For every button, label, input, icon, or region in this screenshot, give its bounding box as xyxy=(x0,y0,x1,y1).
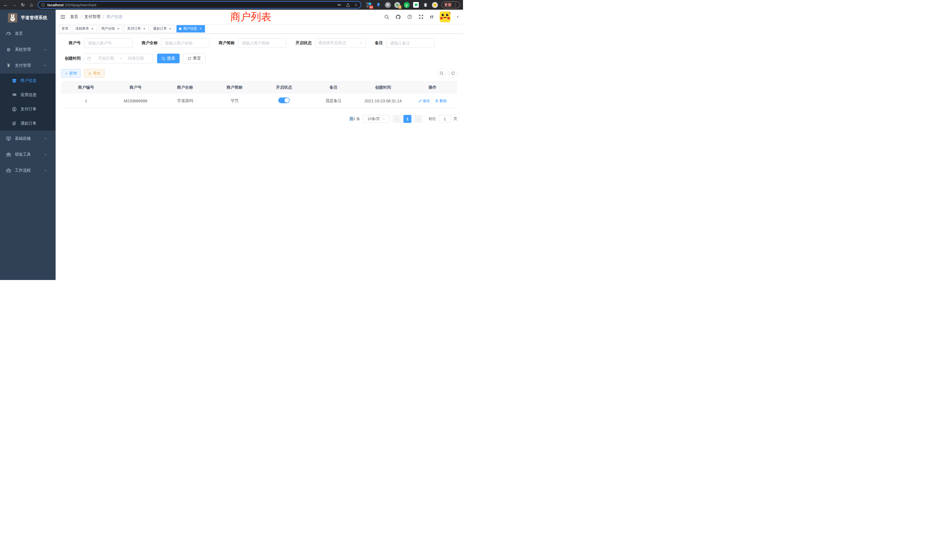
help-icon[interactable] xyxy=(407,14,412,20)
page-size-select[interactable]: 10条/页 xyxy=(363,115,390,123)
merchant-no-input[interactable] xyxy=(84,38,133,48)
storefront-icon xyxy=(11,78,17,83)
merchant-full-name-input[interactable] xyxy=(161,38,210,48)
status-select[interactable]: 请选择开启状态 xyxy=(315,38,366,48)
monkey-square2-icon xyxy=(366,5,369,8)
tab-user-group[interactable]: 用户分组× xyxy=(98,25,123,32)
export-button[interactable]: 导出 xyxy=(84,69,104,77)
browser-forward-button[interactable]: → xyxy=(10,1,18,9)
cell-merchant-no: M233666999 xyxy=(111,93,160,109)
app-logo-row[interactable]: 芋道管理系统 xyxy=(0,10,56,26)
sidebar-toggle-hamburger-icon[interactable] xyxy=(60,14,65,20)
breadcrumb-home[interactable]: 首页 xyxy=(70,14,78,20)
reset-button[interactable]: 重置 xyxy=(183,54,206,63)
refresh-table-button[interactable] xyxy=(449,69,457,77)
extension-badge: 10 xyxy=(369,5,373,9)
breadcrumb-separator: / xyxy=(81,15,82,19)
header-search-icon[interactable] xyxy=(384,15,389,20)
extension-icon-command[interactable]: ⌘ xyxy=(384,2,391,8)
prev-page-button[interactable]: ‹ xyxy=(393,115,401,123)
plus-icon: + xyxy=(65,71,68,76)
cell-remark: 我是备注 xyxy=(309,93,359,109)
tab-label: 商户信息 xyxy=(183,26,197,31)
share-icon[interactable] xyxy=(346,3,350,7)
sidebar-item-infrastructure[interactable]: 基础设施 xyxy=(0,130,56,147)
font-size-icon[interactable]: tT xyxy=(430,15,433,20)
tab-merchant-info-active[interactable]: 商户信息× xyxy=(177,25,205,32)
bookmark-star-icon[interactable]: ☆ xyxy=(354,3,358,7)
sidebar-item-refund-order[interactable]: 退款订单 xyxy=(0,117,56,130)
tab-home[interactable]: 首页 xyxy=(59,25,71,32)
browser-home-button[interactable]: ⌂ xyxy=(27,1,35,9)
edit-row-button[interactable]: 修改 xyxy=(418,98,430,103)
address-bar[interactable]: localhost :1024/pay/merchant ☆ xyxy=(38,1,361,9)
create-time-label: 创建时间 xyxy=(61,56,81,61)
col-merchant-no: 商户号 xyxy=(111,82,160,93)
tab-close-icon[interactable]: × xyxy=(168,27,172,31)
documents-icon xyxy=(11,121,17,126)
cell-short-name: 芋艿 xyxy=(210,93,259,109)
show-search-toggle-button[interactable] xyxy=(437,69,446,77)
search-button[interactable]: 搜索 xyxy=(157,54,180,63)
page-unit-label: 页 xyxy=(454,117,457,121)
next-page-button[interactable]: › xyxy=(414,115,422,123)
col-full-name: 商户全称 xyxy=(160,82,210,93)
breadcrumb-current: 商户信息 xyxy=(107,14,123,20)
extensions-puzzle-icon[interactable] xyxy=(422,2,428,8)
col-actions: 操作 xyxy=(408,82,457,93)
browser-profile-avatar[interactable] xyxy=(432,2,438,8)
end-date-placeholder: 结束日期 xyxy=(122,56,150,61)
extension-icon-monkey[interactable]: 10 xyxy=(366,2,372,8)
merchant-short-name-input[interactable] xyxy=(238,38,286,48)
avatar-caret-down-icon[interactable]: ▾ xyxy=(457,15,458,19)
browser-reload-button[interactable]: ↻ xyxy=(19,1,27,9)
extension-icon-meet[interactable]: 1 xyxy=(394,2,400,8)
goto-page-input[interactable] xyxy=(439,115,451,123)
fullscreen-icon[interactable] xyxy=(419,14,424,20)
tab-close-icon[interactable]: × xyxy=(198,27,203,31)
create-time-range-picker[interactable]: 开始日期 - 结束日期 xyxy=(84,54,153,63)
sidebar-item-merchant-info[interactable]: 商户信息 xyxy=(0,74,56,88)
sidebar-item-dev-tools[interactable]: 研发工具 xyxy=(0,147,56,162)
total-unit: 条 xyxy=(356,117,360,121)
tab-pay-order[interactable]: 支付订单× xyxy=(125,25,149,32)
current-page-button[interactable]: 1 xyxy=(403,115,412,123)
sidebar-item-payment[interactable]: ¥ 支付管理 xyxy=(0,58,56,74)
sidebar-item-workflow[interactable]: 工作流程 xyxy=(0,162,56,179)
browser-toolbar: ← → ↻ ⌂ localhost :1024/pay/merchant ☆ xyxy=(0,0,463,10)
breadcrumb: 首页 / 支付管理 / 商户信息 xyxy=(70,14,123,20)
status-select-placeholder: 请选择开启状态 xyxy=(318,41,360,45)
main-area: 首页 / 支付管理 / 商户信息 tT xyxy=(56,10,463,280)
status-toggle-on[interactable] xyxy=(278,97,290,103)
user-avatar[interactable] xyxy=(440,11,451,22)
delete-row-button[interactable]: 删除 xyxy=(435,98,447,103)
tab-close-icon[interactable]: × xyxy=(142,27,146,31)
cell-merchant-id: 1 xyxy=(61,93,111,109)
url-host: localhost xyxy=(47,3,64,7)
github-icon[interactable] xyxy=(395,14,401,20)
breadcrumb-separator: / xyxy=(103,15,104,19)
merchant-full-name-label: 商户全称 xyxy=(142,41,158,45)
extension-icon-chat[interactable] xyxy=(413,2,419,8)
extension-icon-kite[interactable] xyxy=(375,2,381,8)
filter-row-1: 商户号 商户全称 商户简称 开启状态 请选择开启状态 xyxy=(61,38,457,48)
remark-input[interactable] xyxy=(386,38,435,48)
sidebar-item-label: 支付订单 xyxy=(21,107,36,112)
sidebar-item-pay-order[interactable]: 支付订单 xyxy=(0,102,56,117)
password-key-icon[interactable] xyxy=(337,3,342,7)
tab-refund-order[interactable]: 退款订单× xyxy=(151,25,175,32)
breadcrumb-payment[interactable]: 支付管理 xyxy=(85,14,100,20)
browser-update-menu-button[interactable]: 更新 ⋮ xyxy=(441,2,460,8)
extension-icon-y[interactable]: y xyxy=(403,2,410,8)
browser-back-button[interactable]: ← xyxy=(2,1,10,9)
sidebar-item-system[interactable]: ⚙ 系统管理 xyxy=(0,42,56,58)
tab-close-icon[interactable]: × xyxy=(90,27,94,31)
tab-process-form[interactable]: 流程表单× xyxy=(73,25,97,32)
tab-close-icon[interactable]: × xyxy=(117,27,120,31)
sidebar-item-home[interactable]: 首页 xyxy=(0,26,56,42)
add-button[interactable]: + 新增 xyxy=(61,69,81,77)
site-info-icon[interactable] xyxy=(41,3,45,7)
sidebar-item-app-info[interactable]: 应用信息 xyxy=(0,88,56,102)
chevron-down-icon xyxy=(44,48,47,50)
monkey-diamond-icon xyxy=(368,2,372,6)
